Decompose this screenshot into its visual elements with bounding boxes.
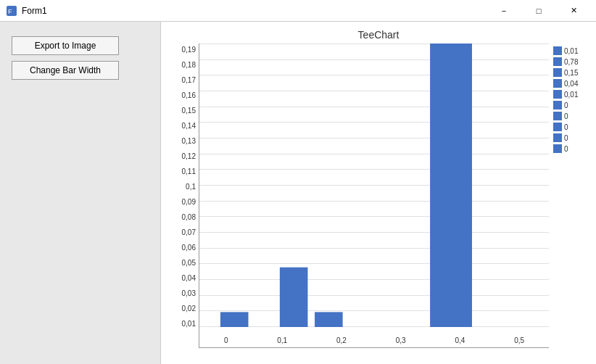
legend-color-box (553, 68, 562, 77)
legend-color-box (553, 101, 562, 109)
y-label: 0,09 (182, 199, 196, 206)
y-label: 0,02 (182, 305, 196, 313)
x-axis-labels: 00,10,20,30,40,5 (199, 336, 549, 344)
sidebar: Export to Image Change Bar Width (0, 22, 161, 364)
close-button[interactable]: ✕ (557, 0, 590, 22)
maximize-button[interactable]: □ (522, 0, 555, 22)
x-label: 0 (224, 336, 228, 344)
legend-item: 0,78 (553, 57, 589, 66)
legend-item: 0,04 (553, 79, 589, 88)
chart-title: TeeChart (168, 29, 589, 41)
legend-color-box (553, 46, 562, 55)
y-label: 0,16 (182, 92, 196, 99)
x-label: 0,1 (277, 336, 287, 344)
y-label: 0,04 (182, 275, 196, 282)
bar-3 (430, 44, 472, 327)
legend-item: 0 (553, 144, 589, 153)
legend-value: 0,01 (564, 47, 578, 55)
legend-color-box (553, 57, 562, 66)
x-label: 0,2 (336, 336, 347, 344)
chart-plot-area: 00,10,20,30,40,5 (199, 44, 549, 348)
legend: 0,010,780,150,040,0100000 (549, 44, 589, 348)
legend-item: 0 (553, 123, 589, 131)
legend-color-box (553, 123, 562, 131)
y-label: 0,03 (182, 290, 196, 297)
legend-value: 0,78 (564, 58, 578, 66)
window-title: Form1 (22, 6, 47, 16)
chart-area: TeeChart 0,190,180,170,160,150,140,130,1… (161, 22, 596, 364)
y-label: 0,08 (182, 214, 196, 221)
legend-value: 0,15 (564, 69, 578, 77)
export-to-image-button[interactable]: Export to Image (12, 36, 119, 55)
y-label: 0,19 (182, 46, 196, 54)
minimize-button[interactable]: − (487, 0, 521, 22)
window-controls: − □ ✕ (487, 0, 590, 22)
y-label: 0,1 (186, 183, 196, 191)
legend-value: 0 (564, 134, 568, 142)
legend-item: 0,15 (553, 68, 589, 77)
legend-item: 0 (553, 101, 589, 109)
legend-value: 0 (564, 123, 568, 131)
title-bar: F Form1 − □ ✕ (0, 0, 596, 22)
bar-1 (280, 268, 308, 327)
x-label: 0,5 (514, 336, 524, 344)
y-label: 0,07 (182, 229, 196, 236)
app-icon: F (6, 5, 17, 17)
y-label: 0,01 (182, 320, 196, 328)
main-content: Export to Image Change Bar Width TeeChar… (0, 22, 596, 364)
y-label: 0,12 (182, 153, 196, 160)
legend-color-box (553, 112, 562, 120)
legend-value: 0,04 (564, 80, 578, 88)
change-bar-width-button[interactable]: Change Bar Width (12, 61, 119, 80)
bar-0 (220, 312, 249, 327)
legend-item: 0,01 (553, 46, 589, 55)
y-label: 0,06 (182, 244, 196, 252)
legend-color-box (553, 144, 562, 153)
y-label: 0,14 (182, 123, 196, 130)
y-label: 0,05 (182, 260, 196, 267)
legend-color-box (553, 79, 562, 88)
legend-value: 0 (564, 112, 568, 120)
y-axis: 0,190,180,170,160,150,140,130,120,110,10… (168, 44, 199, 348)
bars-container (199, 44, 549, 327)
svg-text:F: F (8, 8, 12, 15)
y-label: 0,17 (182, 77, 196, 84)
y-label: 0,13 (182, 138, 196, 145)
legend-color-box (553, 90, 562, 99)
chart-inner: 0,190,180,170,160,150,140,130,120,110,10… (168, 44, 589, 348)
legend-item: 0 (553, 112, 589, 120)
legend-color-box (553, 133, 562, 142)
x-label: 0,3 (396, 336, 406, 344)
bars-svg (199, 44, 549, 327)
legend-value: 0 (564, 102, 568, 109)
legend-item: 0 (553, 133, 589, 142)
y-label: 0,18 (182, 62, 196, 69)
legend-value: 0 (564, 145, 568, 153)
x-label: 0,4 (455, 336, 465, 344)
bar-2 (315, 312, 343, 327)
legend-value: 0,01 (564, 91, 578, 99)
legend-item: 0,01 (553, 90, 589, 99)
y-label: 0,15 (182, 107, 196, 115)
y-label: 0,11 (182, 168, 196, 175)
